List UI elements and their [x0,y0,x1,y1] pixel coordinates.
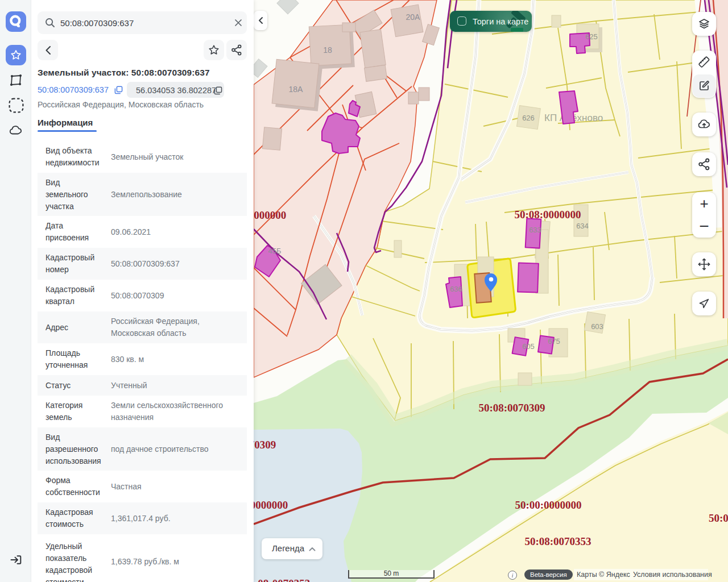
svg-text:50:08:0070353: 50:08:0070353 [524,535,591,547]
svg-text:20A: 20A [406,13,421,22]
svg-text:634: 634 [576,222,589,230]
svg-text:50:08:0000000: 50:08:0000000 [254,209,286,221]
svg-text:50:00:0000000: 50:00:0000000 [254,499,288,511]
svg-text:636: 636 [450,285,462,293]
svg-text:50:08:0000000: 50:08:0000000 [514,209,581,221]
svg-text:18: 18 [323,45,332,55]
svg-text:50:08:0070309: 50:08:0070309 [254,439,276,451]
svg-text:50:08:0070309: 50:08:0070309 [709,512,728,524]
svg-text:45Б: 45Б [268,247,282,255]
svg-text:626: 626 [522,114,535,122]
svg-text:605: 605 [522,342,535,351]
svg-text:633: 633 [529,226,541,234]
svg-text:675: 675 [548,337,560,346]
svg-text:18A: 18A [289,85,304,94]
svg-text:50:00:0000000: 50:00:0000000 [515,499,581,511]
svg-text:50:08:0070353: 50:08:0070353 [254,577,310,582]
svg-text:50:08:0070309: 50:08:0070309 [478,402,545,414]
svg-text:625: 625 [585,32,598,41]
svg-text:603: 603 [591,322,603,331]
